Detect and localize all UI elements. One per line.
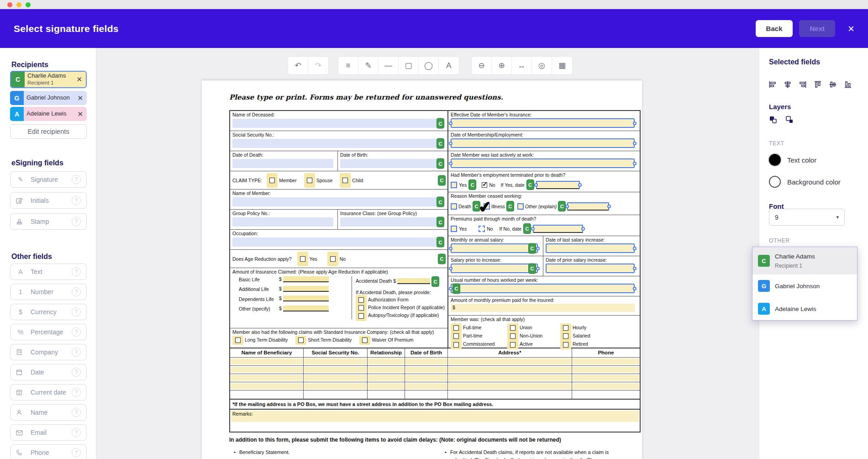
name-of-deceased-field[interactable]: C: [232, 119, 443, 128]
help-icon[interactable]: ?: [72, 327, 81, 337]
recipient-badge[interactable]: C: [431, 276, 439, 287]
current-date-field-button[interactable]: Current date ?: [10, 384, 87, 401]
remove-recipient-icon[interactable]: ✕: [74, 94, 87, 102]
ssn-field[interactable]: C: [232, 139, 443, 148]
help-icon[interactable]: ?: [72, 448, 81, 457]
align-middle-vertical-icon[interactable]: [829, 81, 836, 88]
send-backward-icon[interactable]: [785, 116, 794, 124]
premiums-yes-checkbox[interactable]: [451, 226, 457, 232]
child-checkbox[interactable]: [342, 178, 348, 183]
recipient-chip-charlie-adams[interactable]: C Charlie AdamsRecipient 1 ✕: [10, 71, 87, 88]
help-icon[interactable]: ?: [72, 348, 81, 357]
age-reduction-yes-checkbox[interactable]: [300, 256, 305, 262]
recipient-badge[interactable]: C: [506, 201, 514, 211]
recipient-badge[interactable]: C: [452, 283, 460, 294]
background-color-swatch[interactable]: [769, 176, 781, 188]
terminated-yes-checkbox[interactable]: [451, 182, 457, 188]
align-bottom-icon[interactable]: [844, 81, 852, 88]
recipient-badge[interactable]: C: [437, 197, 444, 207]
age-reduction-no-checkbox[interactable]: [330, 256, 336, 262]
recipient-badge[interactable]: C: [473, 201, 480, 211]
hourly-checkbox[interactable]: [563, 325, 568, 331]
last-active-field[interactable]: [451, 158, 635, 168]
stamp-field-button[interactable]: Stamp ?: [10, 213, 87, 230]
part-time-checkbox[interactable]: [453, 333, 459, 339]
zoom-in-icon[interactable]: ⊕: [492, 57, 512, 74]
std-checkbox[interactable]: [298, 338, 304, 343]
help-icon[interactable]: ?: [72, 408, 81, 417]
membership-date-field[interactable]: [451, 138, 635, 148]
initials-field-button[interactable]: Initials ?: [10, 192, 87, 209]
text-tool-icon[interactable]: A: [439, 57, 459, 74]
help-icon[interactable]: ?: [72, 175, 81, 184]
preview-icon[interactable]: ◎: [532, 57, 552, 74]
salaried-checkbox[interactable]: [563, 333, 568, 339]
union-checkbox[interactable]: [510, 325, 516, 331]
reason-illness-checkbox[interactable]: [484, 203, 490, 210]
name-field-button[interactable]: Name ?: [10, 404, 87, 421]
recipient-chip-gabriel-johnson[interactable]: G Gabriel Johnson ✕: [10, 91, 87, 105]
recipient-badge[interactable]: C: [558, 201, 566, 211]
back-button[interactable]: Back: [756, 20, 793, 37]
align-left-icon[interactable]: [769, 81, 776, 88]
group-policy-field[interactable]: [232, 217, 333, 227]
terminated-date-field[interactable]: [536, 181, 580, 189]
reason-other-field[interactable]: [567, 202, 609, 211]
premiums-date-field[interactable]: [533, 225, 583, 233]
other-specify-blank[interactable]: [283, 306, 329, 311]
close-icon[interactable]: ×: [848, 23, 854, 34]
autopsy-checkbox[interactable]: [358, 313, 364, 319]
hours-field[interactable]: C: [451, 284, 635, 293]
help-icon[interactable]: ?: [72, 307, 81, 317]
reason-death-checkbox[interactable]: [451, 203, 457, 210]
reason-other-checkbox[interactable]: [517, 203, 524, 210]
window-zoom-button[interactable]: [26, 2, 31, 7]
occupation-field[interactable]: C: [232, 237, 443, 247]
remarks-field[interactable]: [231, 411, 639, 422]
terminated-no-checkbox[interactable]: [482, 182, 487, 188]
date-field-button[interactable]: Date ?: [10, 364, 87, 380]
help-icon[interactable]: ?: [72, 388, 81, 397]
police-report-checkbox[interactable]: [358, 305, 364, 311]
undo-icon[interactable]: ↶: [288, 57, 308, 74]
dropdown-item-charlie-adams[interactable]: C Charlie AdamsRecipient 1: [752, 247, 857, 274]
monthly-salary-field[interactable]: C: [451, 243, 538, 253]
waiver-checkbox[interactable]: [362, 338, 368, 343]
effective-date-field[interactable]: [451, 118, 635, 128]
email-field-button[interactable]: Email ?: [10, 424, 87, 441]
remove-recipient-icon[interactable]: ✕: [74, 110, 87, 118]
rectangle-tool-icon[interactable]: ▢: [399, 57, 419, 74]
dropdown-item-adelaine-lewis[interactable]: A Adelaine Lewis: [752, 297, 857, 320]
align-right-icon[interactable]: [799, 81, 806, 88]
text-field-button[interactable]: A Text ?: [10, 264, 87, 280]
recipient-badge[interactable]: C: [437, 138, 444, 149]
redo-icon[interactable]: ↷: [308, 57, 328, 74]
help-icon[interactable]: ?: [72, 428, 81, 437]
recipient-badge[interactable]: C: [523, 223, 531, 234]
retired-checkbox[interactable]: [563, 342, 568, 348]
last-increase-field[interactable]: [546, 243, 635, 253]
background-color-row[interactable]: Background color: [769, 176, 841, 188]
fit-width-icon[interactable]: ↔: [512, 57, 532, 74]
full-time-checkbox[interactable]: [453, 325, 459, 331]
date-of-birth-field[interactable]: C: [340, 159, 443, 168]
premiums-no-checkbox[interactable]: [479, 226, 485, 232]
insurance-class-field[interactable]: C: [340, 217, 443, 227]
dependents-life-blank[interactable]: [283, 295, 329, 301]
basic-life-blank[interactable]: [283, 276, 329, 282]
signature-field-button[interactable]: ✎ Signature ?: [10, 171, 87, 188]
recipient-badge[interactable]: C: [438, 253, 446, 264]
grid-icon[interactable]: ▦: [552, 57, 572, 74]
recipient-badge[interactable]: C: [438, 175, 446, 185]
salary-prior-field[interactable]: C: [451, 264, 538, 273]
next-button[interactable]: Next: [799, 20, 835, 37]
recipient-badge[interactable]: C: [528, 243, 536, 253]
ltd-checkbox[interactable]: [235, 338, 241, 343]
pencil-icon[interactable]: ✎: [358, 57, 379, 74]
align-center-horizontal-icon[interactable]: [784, 81, 791, 88]
window-close-button[interactable]: [7, 2, 12, 7]
member-checkbox[interactable]: [269, 178, 275, 183]
edit-recipients-button[interactable]: Edit recipients: [10, 124, 87, 139]
recipient-badge[interactable]: C: [528, 263, 536, 274]
number-field-button[interactable]: 1 Number ?: [10, 284, 87, 300]
